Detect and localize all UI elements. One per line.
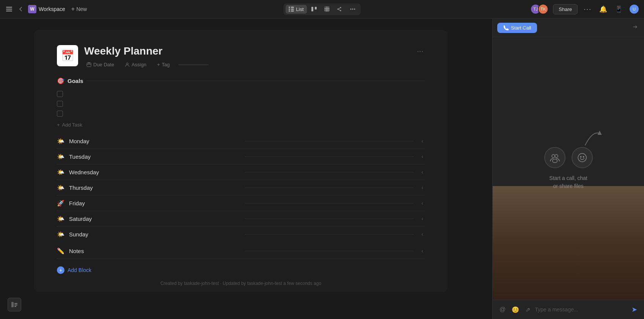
svg-point-30: [555, 155, 558, 158]
wednesday-chevron[interactable]: ‹: [420, 167, 425, 177]
svg-rect-37: [14, 305, 17, 305]
svg-line-19: [338, 8, 340, 9]
topbar-right: TJ TK Share ··· 🔔 📱 U: [361, 4, 639, 15]
start-call-label: Start Call: [511, 25, 531, 31]
task-checkbox-2[interactable]: [57, 101, 63, 107]
assign-btn[interactable]: Assign: [123, 61, 149, 68]
saturday-chevron[interactable]: ‹: [420, 214, 425, 223]
message-input[interactable]: [535, 306, 627, 313]
user-avatar[interactable]: U: [629, 4, 639, 14]
nav-back-btn[interactable]: [17, 5, 25, 13]
svg-rect-31: [553, 159, 557, 163]
tab-board[interactable]: [308, 5, 320, 13]
task-item[interactable]: [57, 109, 425, 119]
wednesday-divider: [245, 172, 414, 172]
day-item-saturday[interactable]: 🌤️ Saturday ‹: [57, 211, 425, 227]
friday-divider: [245, 203, 414, 203]
send-btn[interactable]: ➤: [630, 304, 639, 315]
day-item-tuesday[interactable]: 🌤️ Tuesday ‹: [57, 149, 425, 164]
thursday-label: Thursday: [69, 185, 239, 191]
sunday-chevron[interactable]: ‹: [420, 230, 425, 239]
tab-table[interactable]: [321, 5, 333, 13]
svg-rect-26: [90, 62, 90, 64]
svg-rect-6: [291, 9, 294, 9]
new-label: New: [76, 6, 87, 12]
svg-point-32: [578, 153, 586, 162]
tuesday-divider: [245, 156, 414, 157]
task-checkbox-1[interactable]: [57, 91, 63, 97]
svg-rect-14: [326, 6, 327, 12]
day-item-sunday[interactable]: 🌤️ Sunday ‹: [57, 227, 425, 242]
topbar-center: List: [283, 3, 360, 15]
attachment-btn[interactable]: ⇗: [524, 305, 532, 315]
svg-rect-1: [6, 9, 12, 9]
goals-title: Goals: [68, 78, 83, 84]
workspace-btn[interactable]: W Workspace: [28, 5, 65, 13]
screen-icon-btn[interactable]: 📱: [613, 4, 624, 15]
svg-rect-38: [14, 306, 16, 307]
sidebar-bottom-toggle[interactable]: [8, 298, 21, 311]
svg-line-20: [338, 9, 340, 10]
monday-divider: [245, 141, 414, 141]
right-panel-topbar: Start Call: [493, 19, 644, 37]
notes-label: Notes: [69, 248, 239, 254]
day-item-friday[interactable]: 🚀 Friday ‹: [57, 195, 425, 211]
add-block-btn[interactable]: + Add Block: [57, 263, 91, 277]
svg-point-23: [354, 9, 355, 10]
thursday-divider: [245, 188, 414, 188]
task-item[interactable]: [57, 99, 425, 109]
collapse-panel-btn[interactable]: [630, 22, 639, 33]
more-options-btn[interactable]: ···: [582, 4, 593, 15]
tab-more[interactable]: [347, 5, 358, 13]
day-item-wednesday[interactable]: 🌤️ Wednesday ‹: [57, 164, 425, 180]
call-icons-area: Start a call, chat or share files: [544, 147, 593, 190]
svg-rect-5: [289, 9, 290, 9]
svg-rect-27: [87, 64, 91, 64]
sunday-label: Sunday: [69, 231, 239, 238]
right-panel: Start Call: [492, 19, 644, 319]
add-task-btn[interactable]: + Add Task: [57, 120, 82, 130]
wednesday-label: Wednesday: [69, 169, 239, 175]
day-item-monday[interactable]: 🌤️ Monday ‹: [57, 133, 425, 149]
tab-share[interactable]: [334, 5, 346, 13]
thursday-chevron[interactable]: ‹: [420, 183, 425, 192]
svg-point-22: [352, 9, 353, 10]
friday-label: Friday: [69, 200, 239, 206]
task-item[interactable]: [57, 89, 425, 99]
svg-point-34: [583, 156, 584, 157]
start-call-button[interactable]: Start Call: [497, 23, 537, 33]
doc-footer: Created by taskade-john-test · Updated b…: [34, 281, 448, 286]
plus-icon: +: [71, 6, 75, 13]
task-checkbox-3[interactable]: [57, 111, 63, 117]
doc-options-btn[interactable]: ···: [415, 45, 425, 57]
doc-title: Weekly Planner: [84, 45, 415, 57]
call-icons-row: [544, 147, 593, 168]
tuesday-emoji: 🌤️: [57, 153, 65, 160]
sidebar-toggle-btn[interactable]: [5, 5, 14, 14]
new-btn[interactable]: + New: [68, 4, 90, 14]
friday-chevron[interactable]: ‹: [420, 199, 425, 208]
svg-rect-11: [324, 6, 330, 12]
due-date-btn[interactable]: Due Date: [84, 61, 116, 68]
chat-group-icon: [544, 147, 565, 168]
svg-rect-3: [289, 7, 290, 8]
svg-rect-10: [315, 7, 317, 9]
svg-rect-9: [311, 7, 313, 11]
footer-text: Created by taskade-john-test · Updated b…: [160, 281, 321, 286]
notifications-btn[interactable]: 🔔: [598, 4, 609, 15]
day-item-thursday[interactable]: 🌤️ Thursday ‹: [57, 180, 425, 195]
svg-rect-4: [291, 7, 294, 8]
svg-rect-25: [88, 62, 89, 64]
tab-list[interactable]: List: [286, 5, 306, 14]
notes-chevron[interactable]: ‹: [420, 246, 425, 255]
at-mention-btn[interactable]: @: [498, 305, 507, 314]
emoji-btn[interactable]: 😊: [510, 305, 521, 315]
avatar-group: TJ TK: [530, 4, 548, 14]
tag-btn[interactable]: + Tag: [155, 61, 172, 68]
notes-item[interactable]: ✏️ Notes ‹: [57, 243, 425, 259]
emoji-chat-icon: [572, 147, 593, 168]
message-input-area: @ 😊 ⇗ ➤: [498, 304, 639, 315]
tuesday-chevron[interactable]: ‹: [420, 152, 425, 161]
share-button[interactable]: Share: [553, 4, 578, 14]
monday-chevron[interactable]: ‹: [420, 136, 425, 145]
